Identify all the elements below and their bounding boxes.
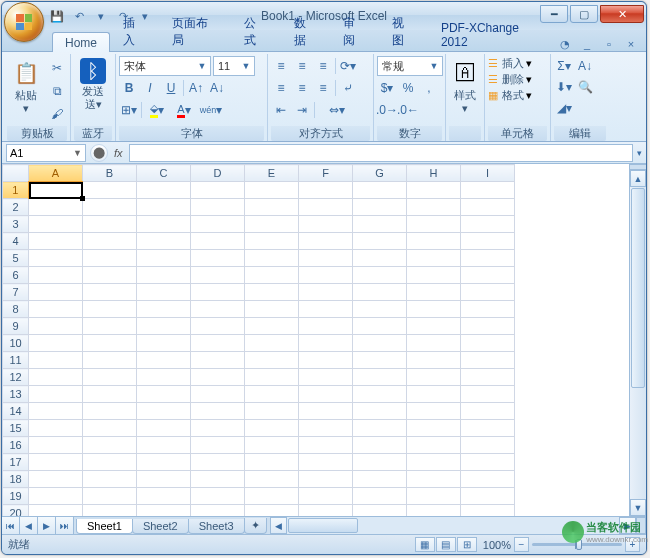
cell[interactable] [407,454,461,471]
cell[interactable] [29,505,83,517]
cell[interactable] [407,233,461,250]
align-bottom-icon[interactable]: ≡ [313,56,333,76]
cell[interactable] [353,437,407,454]
font-size-combo[interactable]: 11▼ [213,56,255,76]
cell[interactable] [299,403,353,420]
row-header[interactable]: 19 [3,488,29,505]
cell[interactable] [245,233,299,250]
cell[interactable] [29,199,83,216]
cell[interactable] [407,437,461,454]
row-header[interactable]: 14 [3,403,29,420]
align-left-icon[interactable]: ≡ [271,78,291,98]
formula-input[interactable] [129,144,633,162]
cell[interactable] [29,318,83,335]
cell[interactable] [29,335,83,352]
insert-cells-button[interactable]: ☰插入▾ [488,56,547,71]
cell[interactable] [407,284,461,301]
cell[interactable] [191,250,245,267]
cell[interactable] [137,454,191,471]
cell[interactable] [245,182,299,199]
scroll-down-icon[interactable]: ▼ [630,499,646,516]
cell[interactable] [299,386,353,403]
cell[interactable] [353,471,407,488]
cell[interactable] [83,437,137,454]
tab-home[interactable]: Home [52,32,110,52]
cell[interactable] [245,284,299,301]
cell[interactable] [299,437,353,454]
cell[interactable] [83,182,137,199]
tab-review[interactable]: 审阅 [330,11,379,51]
row-header[interactable]: 7 [3,284,29,301]
cell[interactable] [353,505,407,517]
cell[interactable] [137,386,191,403]
cell[interactable] [83,318,137,335]
italic-button[interactable]: I [140,78,160,98]
cell[interactable] [353,318,407,335]
cell[interactable] [461,250,515,267]
autosum-icon[interactable]: Σ▾ [554,56,574,76]
cell[interactable] [461,318,515,335]
row-header[interactable]: 16 [3,437,29,454]
cell[interactable] [245,386,299,403]
cell[interactable] [461,233,515,250]
cell[interactable] [29,386,83,403]
cell[interactable] [191,335,245,352]
zoom-in-icon[interactable]: + [625,537,640,552]
cell[interactable] [137,250,191,267]
cell[interactable] [191,403,245,420]
cell[interactable] [29,403,83,420]
col-header[interactable]: B [83,165,137,182]
row-header[interactable]: 18 [3,471,29,488]
cell[interactable] [407,471,461,488]
qat-dropdown-icon[interactable]: ▾ [92,7,110,25]
cell[interactable] [29,420,83,437]
cell[interactable] [83,233,137,250]
cell[interactable] [461,352,515,369]
row-header[interactable]: 12 [3,369,29,386]
tab-insert[interactable]: 插入 [110,11,159,51]
cell[interactable] [191,199,245,216]
mdi-restore-icon[interactable]: ▫ [602,38,616,51]
merge-center-icon[interactable]: ⇔▾ [317,100,357,120]
sort-filter-icon[interactable]: A↓ [575,56,595,76]
cell[interactable] [461,199,515,216]
undo-icon[interactable]: ↶ [70,7,88,25]
cell[interactable] [83,199,137,216]
cell[interactable] [299,233,353,250]
cell[interactable] [461,386,515,403]
cell[interactable] [137,352,191,369]
cell[interactable] [29,471,83,488]
row-header[interactable]: 9 [3,318,29,335]
cell[interactable] [407,352,461,369]
cell[interactable] [353,301,407,318]
clear-icon[interactable]: ◢▾ [554,98,574,118]
cell[interactable] [299,284,353,301]
row-header[interactable]: 1 [3,182,29,199]
mdi-close-icon[interactable]: × [624,38,638,51]
cell[interactable] [83,284,137,301]
cell[interactable] [83,454,137,471]
col-header[interactable]: A [29,165,83,182]
formula-expand-icon[interactable]: ▾ [637,148,642,158]
number-format-combo[interactable]: 常规▼ [377,56,443,76]
cell[interactable] [137,471,191,488]
col-header[interactable]: D [191,165,245,182]
mdi-minimize-icon[interactable]: _ [580,38,594,51]
cell[interactable] [407,488,461,505]
comma-icon[interactable]: , [419,78,439,98]
hscroll-thumb[interactable] [288,518,358,533]
cell[interactable] [191,369,245,386]
decrease-indent-icon[interactable]: ⇤ [271,100,291,120]
cell[interactable] [245,267,299,284]
close-button[interactable]: ✕ [600,5,644,23]
cell[interactable] [407,216,461,233]
cell[interactable] [29,369,83,386]
cell[interactable] [191,471,245,488]
cell[interactable] [191,301,245,318]
scroll-right-icon[interactable]: ▶ [619,517,636,534]
scroll-left-icon[interactable]: ◀ [270,517,287,534]
copy-icon[interactable]: ⧉ [47,81,67,101]
office-button[interactable] [4,2,44,42]
fx-icon[interactable]: fx [114,147,123,159]
cell[interactable] [29,284,83,301]
